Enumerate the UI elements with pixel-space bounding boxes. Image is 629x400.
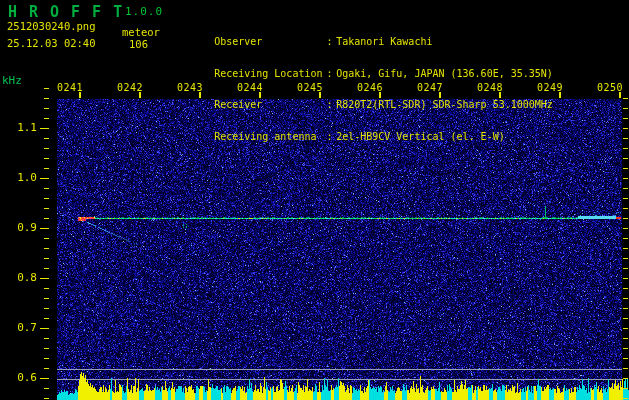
time-tick-label-0242: 0242 bbox=[117, 82, 144, 93]
time-tick-label-0245: 0245 bbox=[297, 82, 324, 93]
station-value: Takanori Kawachi bbox=[336, 36, 432, 47]
observation-datetime: 25.12.03 02:40 bbox=[7, 37, 96, 49]
station-row-location: Receiving Location:Ogaki, Gifu, JAPAN (1… bbox=[178, 58, 553, 69]
station-value: 2el-HB9CV Vertical (el. E-W) bbox=[336, 131, 505, 142]
time-tick-label-0249: 0249 bbox=[537, 82, 564, 93]
freq-unit-label: kHz bbox=[2, 74, 22, 87]
mode-label: meteor bbox=[122, 26, 160, 38]
station-value: R820T2(RTL-SDR) SDR-Sharp 53.1000MHz bbox=[336, 99, 553, 110]
app-version: 1.0.0 bbox=[125, 5, 163, 18]
freq-tick-label-0.7: 0.7 bbox=[4, 321, 37, 334]
time-tick-label-0247: 0247 bbox=[417, 82, 444, 93]
freq-tick-label-0.6: 0.6 bbox=[4, 371, 37, 384]
colon-separator: : bbox=[323, 69, 336, 80]
station-label: Receiving Location bbox=[214, 69, 323, 80]
time-tick-label-0250: 0250 bbox=[597, 82, 624, 93]
hrofft-output-screen: HROFFT 1.0.0 2512030240.png meteor 25.12… bbox=[0, 0, 629, 400]
colon-separator: : bbox=[323, 37, 336, 48]
station-label: Receiver bbox=[214, 100, 323, 111]
colon-separator: : bbox=[323, 100, 336, 111]
time-tick-label-0244: 0244 bbox=[237, 82, 264, 93]
station-row-antenna: Receiving antenna:2el-HB9CV Vertical (el… bbox=[178, 122, 553, 133]
time-tick-label-0241: 0241 bbox=[57, 82, 84, 93]
time-tick-label-0246: 0246 bbox=[357, 82, 384, 93]
app-title: HROFFT bbox=[8, 3, 134, 21]
time-tick-label-0243: 0243 bbox=[177, 82, 204, 93]
colon-separator: : bbox=[323, 132, 336, 143]
station-info: Observer:Takanori Kawachi Receiving Loca… bbox=[178, 5, 553, 153]
freq-tick-label-0.9: 0.9 bbox=[4, 221, 37, 234]
freq-tick-label-0.8: 0.8 bbox=[4, 271, 37, 284]
station-row-observer: Observer:Takanori Kawachi bbox=[178, 26, 553, 37]
freq-tick-label-1.0: 1.0 bbox=[4, 171, 37, 184]
echo-count: 106 bbox=[129, 38, 148, 50]
output-filename: 2512030240.png bbox=[7, 20, 96, 32]
freq-tick-label-1.1: 1.1 bbox=[4, 121, 37, 134]
station-label: Observer bbox=[214, 37, 323, 48]
time-tick-label-0248: 0248 bbox=[477, 82, 504, 93]
station-value: Ogaki, Gifu, JAPAN (136.60E, 35.35N) bbox=[336, 68, 553, 79]
station-label: Receiving antenna bbox=[214, 132, 323, 143]
